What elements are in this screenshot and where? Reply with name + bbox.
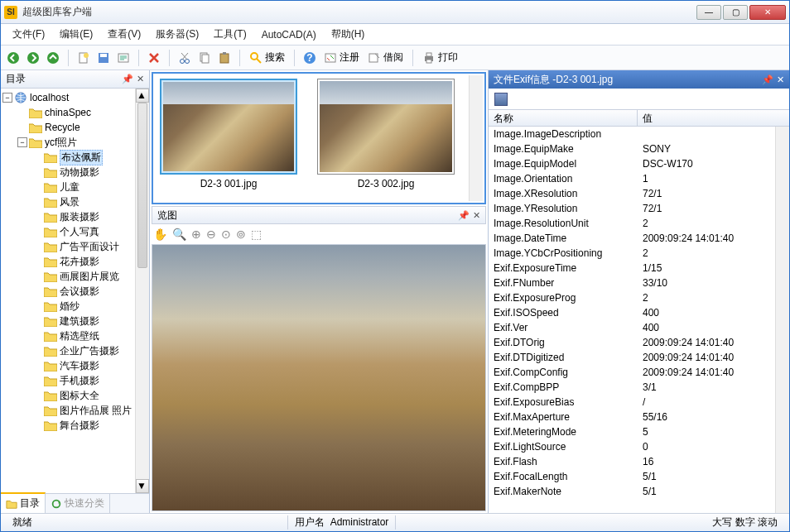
register-button[interactable]: 注册 xyxy=(320,49,363,67)
exif-row[interactable]: Exif.ExposureTime1/15 xyxy=(489,261,789,276)
copy-button[interactable] xyxy=(195,49,214,67)
exif-row[interactable]: Exif.ISOSpeed400 xyxy=(489,305,789,320)
back-button[interactable] xyxy=(4,49,22,67)
tree-item[interactable]: 布达佩斯 xyxy=(1,150,149,165)
exif-row[interactable]: Image.ResolutionUnit2 xyxy=(489,216,789,231)
exif-row[interactable]: Image.YCbCrPositioning2 xyxy=(489,246,789,261)
thumbnail-item[interactable]: D2-3 001.jpg xyxy=(158,79,299,198)
tree-item[interactable]: 画展图片展览 xyxy=(1,269,149,284)
exif-row[interactable]: Exif.FocalLength5/1 xyxy=(489,469,789,484)
tree-item[interactable]: 风景 xyxy=(1,194,149,209)
tree-item[interactable]: 舞台摄影 xyxy=(1,418,149,433)
zoom-out-icon[interactable]: ⊖ xyxy=(206,228,216,241)
maximize-button[interactable]: ▢ xyxy=(723,5,748,20)
close-pane-icon[interactable]: ✕ xyxy=(137,74,144,84)
up-button[interactable] xyxy=(44,49,62,67)
scrollbar[interactable] xyxy=(469,75,483,201)
tree-item[interactable]: 图标大全 xyxy=(1,388,149,403)
exif-row[interactable]: Exif.DTOrig2009:09:24 14:01:40 xyxy=(489,335,789,350)
exif-row[interactable]: Exif.ExposureBias/ xyxy=(489,395,789,410)
save-exif-button[interactable] xyxy=(492,90,510,108)
exif-row[interactable]: Exif.DTDigitized2009:09:24 14:01:40 xyxy=(489,350,789,365)
menu-autocad[interactable]: AutoCAD(A) xyxy=(255,26,323,44)
thumbnail-image[interactable] xyxy=(317,79,455,175)
tree-item[interactable]: Recycle xyxy=(1,120,149,135)
pin-icon[interactable]: 📌 xyxy=(762,74,773,85)
print-button[interactable]: 打印 xyxy=(419,49,461,67)
close-button[interactable]: ✕ xyxy=(749,5,786,20)
tree-item[interactable]: 图片作品展 照片 xyxy=(1,403,149,418)
help-button[interactable]: ? xyxy=(301,49,319,67)
exif-row[interactable]: Image.DateTime2009:09:24 14:01:40 xyxy=(489,231,789,246)
tree-item[interactable]: 汽车摄影 xyxy=(1,358,149,373)
forward-button[interactable] xyxy=(24,49,42,67)
exif-row[interactable]: Exif.MeteringMode5 xyxy=(489,424,789,439)
exif-row[interactable]: Exif.ExposureProg2 xyxy=(489,290,789,305)
menu-server[interactable]: 服务器(S) xyxy=(149,24,205,45)
exif-row[interactable]: Image.XResolution72/1 xyxy=(489,186,789,201)
directory-tree[interactable]: −localhostchinaSpecRecycle−ycf照片布达佩斯动物摄影… xyxy=(1,89,149,493)
exif-row[interactable]: Image.Orientation1 xyxy=(489,171,789,186)
tab-quick-category[interactable]: 快速分类 xyxy=(46,494,110,513)
close-pane-icon[interactable]: ✕ xyxy=(473,210,480,221)
exif-row[interactable]: Exif.CompConfig2009:09:24 14:01:40 xyxy=(489,365,789,380)
pin-icon[interactable]: 📌 xyxy=(458,210,470,221)
tree-item[interactable]: 动物摄影 xyxy=(1,165,149,180)
exif-row[interactable]: Exif.MakerNote5/1 xyxy=(489,484,789,499)
thumbnail-image[interactable] xyxy=(160,79,297,175)
exif-row[interactable]: Image.EquipModelDSC-W170 xyxy=(489,156,789,171)
thumbnail-pane[interactable]: D2-3 001.jpgD2-3 002.jpg xyxy=(152,72,486,204)
scrollbar[interactable] xyxy=(775,127,789,513)
cut-button[interactable] xyxy=(176,49,194,67)
borrow-button[interactable]: 借阅 xyxy=(364,49,407,67)
exif-row[interactable]: Exif.Ver400 xyxy=(489,320,789,335)
zoom-region-icon[interactable]: ⬚ xyxy=(251,228,262,241)
exif-row[interactable]: Exif.Flash16 xyxy=(489,454,789,469)
tree-item[interactable]: 建筑摄影 xyxy=(1,314,149,328)
scrollbar[interactable]: ▲▼ xyxy=(135,89,149,493)
delete-button[interactable] xyxy=(145,49,163,67)
thumbnail-item[interactable]: D2-3 002.jpg xyxy=(316,79,456,198)
tree-item[interactable]: 企业广告摄影 xyxy=(1,343,149,358)
zoom-actual-icon[interactable]: ⊙ xyxy=(221,228,231,241)
exif-row[interactable]: Exif.FNumber33/10 xyxy=(489,276,789,290)
tree-item[interactable]: 个人写真 xyxy=(1,224,149,239)
exif-row[interactable]: Exif.CompBPP3/1 xyxy=(489,380,789,395)
tree-item[interactable]: 儿童 xyxy=(1,180,149,194)
tree-item[interactable]: 婚纱 xyxy=(1,299,149,314)
col-value[interactable]: 值 xyxy=(638,110,789,126)
exif-row[interactable]: Image.ImageDescription xyxy=(489,127,789,141)
save-button[interactable] xyxy=(94,49,113,67)
tree-item[interactable]: 服装摄影 xyxy=(1,209,149,224)
exif-grid[interactable]: Image.ImageDescriptionImage.EquipMakeSON… xyxy=(489,127,789,513)
hand-icon[interactable]: ✋ xyxy=(153,228,167,241)
zoom-fit-icon[interactable]: 🔍 xyxy=(172,228,186,241)
menu-edit[interactable]: 编辑(E) xyxy=(53,24,99,45)
menu-tools[interactable]: 工具(T) xyxy=(207,24,253,45)
paste-button[interactable] xyxy=(215,49,234,67)
zoom-100-icon[interactable]: ⊚ xyxy=(236,228,246,241)
exif-row[interactable]: Exif.LightSource0 xyxy=(489,439,789,454)
search-button[interactable]: 搜索 xyxy=(246,49,288,67)
col-name[interactable]: 名称 xyxy=(489,110,638,126)
exif-row[interactable]: Image.YResolution72/1 xyxy=(489,201,789,216)
new-button[interactable] xyxy=(75,49,93,67)
pin-icon[interactable]: 📌 xyxy=(122,74,133,84)
preview-image[interactable] xyxy=(152,244,486,511)
tree-item[interactable]: 广告平面设计 xyxy=(1,239,149,254)
menu-help[interactable]: 帮助(H) xyxy=(325,24,372,45)
minimize-button[interactable]: — xyxy=(696,5,721,20)
tree-item[interactable]: 手机摄影 xyxy=(1,373,149,388)
menu-view[interactable]: 查看(V) xyxy=(101,24,147,45)
exif-row[interactable]: Exif.MaxAperture55/16 xyxy=(489,410,789,424)
tree-root[interactable]: −localhost xyxy=(1,90,149,105)
tree-item[interactable]: −ycf照片 xyxy=(1,135,149,150)
tree-item[interactable]: chinaSpec xyxy=(1,105,149,120)
tree-item[interactable]: 精选壁纸 xyxy=(1,328,149,343)
zoom-in-icon[interactable]: ⊕ xyxy=(191,228,201,241)
properties-button[interactable] xyxy=(114,49,132,67)
menu-file[interactable]: 文件(F) xyxy=(6,24,51,45)
close-pane-icon[interactable]: ✕ xyxy=(777,74,784,85)
tree-item[interactable]: 会议摄影 xyxy=(1,284,149,299)
tab-directory[interactable]: 目录 xyxy=(1,492,46,513)
